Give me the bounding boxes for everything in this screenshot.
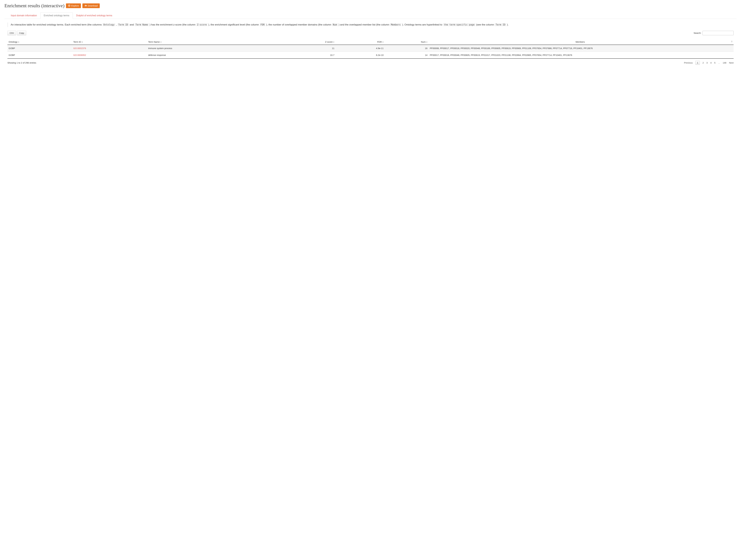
cell-num: 16 (385, 45, 428, 52)
cell-zscore: 11 (278, 45, 336, 52)
page-ellipsis: ... (718, 62, 720, 64)
col-num[interactable]: Num (385, 39, 428, 45)
kw-termid: Term ID (117, 23, 129, 26)
sort-icon (82, 41, 83, 43)
tab-dotplot[interactable]: Dotplot of enriched ontology terms (73, 12, 116, 19)
table-row: GOBP GO:0006952 defense response 10.7 6.… (7, 52, 734, 59)
sort-icon (333, 41, 334, 43)
col-termname[interactable]: Term Name (147, 39, 278, 45)
col-members[interactable]: Members (428, 39, 734, 45)
search-label: Search: (693, 32, 701, 34)
copy-button[interactable]: Copy (17, 31, 26, 36)
kw-termspecific: the term-specific page (443, 23, 475, 26)
tab-enriched-terms[interactable]: Enriched ontology terms (40, 12, 73, 19)
results-table: Ontology Term ID Term Name Z-score FDR N… (7, 39, 734, 59)
cell-zscore: 10.7 (278, 52, 336, 59)
tab-input-domain[interactable]: Input domain information (7, 12, 40, 19)
explore-button[interactable]: Explore (66, 3, 81, 8)
cell-fdr: 6.2e-10 (336, 52, 385, 59)
csv-button[interactable]: CSV (7, 31, 16, 36)
page-1[interactable]: 1 (695, 61, 700, 65)
intro-text: An interactive table for enriched ontolo… (7, 22, 734, 27)
sort-icon (426, 41, 427, 43)
table-row: GOBP GO:0002376 immune system process 11… (7, 45, 734, 52)
col-zscore[interactable]: Z-score (278, 39, 336, 45)
cell-ontology: GOBP (7, 52, 72, 59)
cell-members: PF00008, PF00017, PF00018, PF00020, PF00… (428, 45, 734, 52)
sort-icon (18, 41, 19, 43)
col-fdr[interactable]: FDR (336, 39, 385, 45)
target-icon (68, 4, 70, 7)
kw-members: Members (390, 23, 401, 26)
page-next[interactable]: Next (729, 62, 734, 64)
kw-termid2: Term ID (495, 23, 506, 26)
page-3[interactable]: 3 (706, 62, 708, 64)
cell-ontology: GOBP (7, 45, 72, 52)
download-button[interactable]: Download (82, 3, 100, 8)
search-input[interactable] (702, 31, 734, 35)
sort-icon (731, 41, 732, 43)
col-ontology[interactable]: Ontology (7, 39, 72, 45)
cell-termname: defense response (147, 52, 278, 59)
pagination: Previous 1 2 3 4 5 ... 148 Next (684, 61, 734, 65)
cell-members: PF00017, PF00018, PF00048, PF00605, PF00… (428, 52, 734, 59)
cell-fdr: 4.9e-11 (336, 45, 385, 52)
page-previous[interactable]: Previous (684, 62, 693, 64)
cell-num: 14 (385, 52, 428, 59)
explore-label: Explore (71, 5, 79, 7)
cell-termname: immune system process (147, 45, 278, 52)
kw-num: Num (332, 23, 338, 26)
page-last[interactable]: 148 (723, 62, 726, 64)
cloud-download-icon (84, 4, 87, 7)
page-4[interactable]: 4 (710, 62, 712, 64)
kw-ontology: Ontology (103, 23, 115, 26)
page-5[interactable]: 5 (714, 62, 715, 64)
termid-link[interactable]: GO:0002376 (73, 47, 86, 50)
tab-bar: Input domain information Enriched ontolo… (4, 12, 737, 19)
termid-link[interactable]: GO:0006952 (73, 54, 86, 56)
page-title: Enrichment results (interactive) (4, 3, 64, 8)
sort-icon (382, 41, 384, 43)
svg-point-2 (69, 5, 69, 6)
kw-zscore: Z-score (196, 23, 208, 26)
download-label: Download (88, 5, 98, 7)
kw-fdr: FDR (260, 23, 266, 26)
page-2[interactable]: 2 (702, 62, 704, 64)
sort-icon (160, 41, 161, 43)
kw-termname: Term Name (135, 23, 149, 26)
table-info: Showing 1 to 2 of 296 entries (7, 62, 36, 64)
col-termid[interactable]: Term ID (72, 39, 147, 45)
